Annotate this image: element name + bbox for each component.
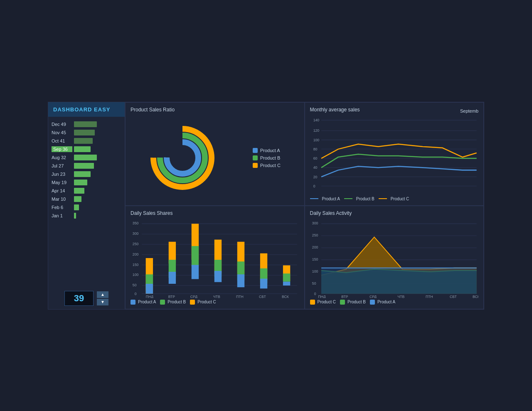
sidebar-bottom: 39 ▲ ▼ [48, 288, 125, 309]
sidebar-item-label-5: Jul 27 [52, 163, 72, 168]
legend-label-b: Product B [260, 155, 280, 160]
sidebar-item-11[interactable]: Jan 1 [48, 212, 125, 220]
svg-text:СБТ: СБТ [259, 294, 266, 298]
sidebar-item-label-1: Nov 45 [52, 130, 72, 135]
svg-text:300: 300 [133, 231, 138, 235]
svg-text:СБТ: СБТ [449, 294, 456, 298]
bar-sbt-a [260, 278, 267, 288]
sidebar-item-7[interactable]: May 19 [48, 178, 125, 187]
sidebar-item-bar-1 [74, 130, 95, 135]
sidebar-item-label-7: May 19 [52, 180, 72, 185]
svg-text:ЧТВ: ЧТВ [213, 294, 220, 298]
sidebar-item-10[interactable]: Feb 6 [48, 203, 125, 212]
svg-text:ВСК: ВСК [282, 294, 289, 298]
svg-text:40: 40 [313, 165, 317, 170]
sidebar-item-0[interactable]: Dec 49 [48, 120, 125, 128]
monthly-legend-b: Product B [344, 197, 374, 201]
monthly-legend-a: Product A [310, 197, 340, 201]
legend-product-a: Product A [253, 148, 281, 153]
svg-text:100: 100 [313, 138, 319, 142]
svg-text:ПНД: ПНД [318, 294, 325, 298]
svg-text:ПТН: ПТН [426, 294, 433, 298]
bar-srd-a [192, 265, 199, 279]
sidebar-item-bar-2 [74, 138, 93, 144]
shares-legend-label-a: Product A [138, 300, 156, 304]
area-product-a [321, 268, 477, 293]
svg-text:ПНД: ПНД [146, 294, 153, 298]
activity-legend-label-b: Product B [347, 300, 366, 304]
monthly-legend: Product A Product B Product C [310, 197, 479, 201]
bar-pnd-a [146, 283, 153, 293]
svg-text:200: 200 [312, 245, 318, 249]
svg-text:ПТН: ПТН [236, 294, 244, 298]
bar-chart-area: 350 300 250 200 150 100 50 0 [131, 219, 299, 298]
product-sales-ratio-title: Product Sales Ratio [131, 107, 299, 113]
sidebar-item-bar-6 [74, 171, 91, 177]
legend-label-a: Product A [260, 148, 280, 153]
monthly-legend-label-a: Product A [322, 197, 340, 201]
product-sales-ratio-panel: Product Sales Ratio [125, 102, 305, 206]
sidebar-item-label-4: Aug 32 [52, 155, 72, 160]
shares-legend-a: Product A [131, 300, 156, 305]
shares-legend-color-a [131, 300, 135, 305]
svg-text:350: 350 [133, 221, 138, 225]
svg-text:100: 100 [312, 269, 318, 273]
sidebar-item-bar-10 [74, 204, 79, 210]
sidebar-item-label-8: Apr 14 [52, 188, 72, 193]
bar-vsk-b [283, 273, 290, 282]
sidebar-item-label-6: Jun 23 [52, 172, 72, 177]
shares-legend-color-b [160, 300, 165, 305]
donut-chart [149, 125, 216, 191]
sidebar-item-label-10: Feb 6 [52, 205, 72, 210]
sidebar-item-2[interactable]: Oct 41 [48, 137, 125, 145]
shares-legend-b: Product B [160, 300, 186, 305]
sidebar-item-4[interactable]: Aug 32 [48, 153, 125, 162]
svg-text:ВТР: ВТР [341, 294, 348, 298]
sidebar-item-label-2: Oct 41 [52, 138, 72, 143]
donut-area: Product A Product B Product C [131, 115, 299, 201]
sidebar-item-3[interactable]: Sep 36 [48, 145, 125, 153]
svg-text:ВТР: ВТР [168, 294, 175, 298]
svg-text:60: 60 [313, 156, 317, 160]
monthly-legend-color-a [310, 198, 318, 199]
monthly-legend-label-b: Product B [356, 197, 374, 201]
activity-legend: Product C Product B Product A [310, 300, 479, 305]
activity-legend-color-b [340, 300, 345, 305]
sidebar-item-8[interactable]: Apr 14 [48, 187, 125, 195]
bar-chart-svg: 350 300 250 200 150 100 50 0 [131, 219, 299, 298]
sidebar-item-bar-9 [74, 196, 81, 202]
line-chart-area: 140 120 100 80 60 40 20 0 [310, 115, 479, 195]
donut-legend: Product A Product B Product C [253, 148, 281, 168]
svg-text:50: 50 [312, 281, 316, 285]
stepper-up-button[interactable]: ▲ [97, 291, 108, 298]
sidebar-item-label-9: Mar 10 [52, 197, 72, 202]
sidebar-item-1[interactable]: Nov 45 [48, 128, 125, 137]
legend-color-c [253, 163, 258, 168]
monthly-legend-label-c: Product C [391, 197, 409, 201]
monthly-avg-sales-panel: Monthly average sales Septemb 140 120 10… [305, 102, 484, 206]
sidebar-item-bar-8 [74, 188, 84, 194]
sidebar-title: DASHBOARD EASY [48, 102, 125, 117]
sidebar-item-5[interactable]: Jul 27 [48, 162, 125, 170]
sidebar-item-6[interactable]: Jun 23 [48, 170, 125, 178]
shares-legend-c: Product C [190, 300, 216, 305]
svg-text:СРД: СРД [190, 294, 197, 298]
svg-text:200: 200 [133, 252, 138, 256]
sidebar: DASHBOARD EASY Dec 49Nov 45Oct 41Sep 36A… [48, 102, 125, 309]
legend-label-c: Product C [260, 163, 281, 168]
sidebar-item-bar-0 [74, 121, 97, 127]
sidebar-item-label-11: Jan 1 [52, 213, 72, 218]
sidebar-list: Dec 49Nov 45Oct 41Sep 36Aug 32Jul 27Jun … [48, 117, 125, 288]
stepper-down-button[interactable]: ▼ [97, 299, 108, 305]
week-stepper[interactable]: ▲ ▼ [97, 291, 108, 305]
activity-legend-label-c: Product C [318, 300, 336, 304]
svg-text:50: 50 [133, 283, 137, 287]
sidebar-item-9[interactable]: Mar 10 [48, 195, 125, 203]
bar-ptn-a [237, 274, 244, 287]
legend-product-b: Product B [253, 155, 281, 160]
sidebar-item-bar-11 [74, 213, 76, 219]
svg-text:150: 150 [312, 257, 318, 261]
activity-legend-b: Product B [340, 300, 366, 305]
shares-legend-color-c [190, 300, 195, 305]
monthly-avg-sales-title: Monthly average sales [310, 107, 360, 113]
